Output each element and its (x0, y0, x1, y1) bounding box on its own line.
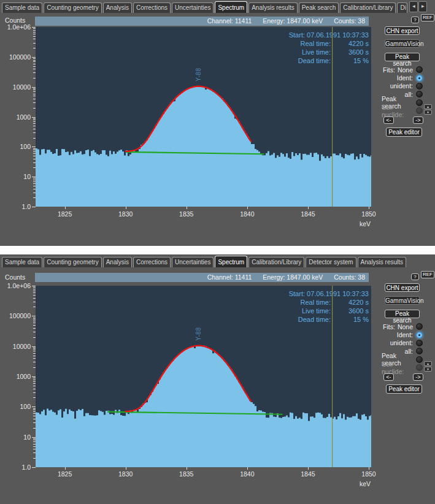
radio-fits-ident[interactable] (416, 75, 423, 82)
y-minor-tick (33, 150, 36, 150)
tab-corrections[interactable]: Corrections (133, 2, 171, 13)
radio-fits-unident[interactable] (416, 83, 423, 90)
next-peak-button[interactable]: -> (413, 116, 423, 124)
y-minor-tick (33, 446, 36, 447)
tab-counting-geometry[interactable]: Counting geometry (44, 257, 102, 267)
next-peak-button[interactable]: -> (413, 373, 423, 381)
y-minor-tick (33, 123, 36, 124)
radio-fits-all[interactable] (416, 348, 423, 354)
y-minor-tick (33, 96, 36, 96)
spin-up-icon[interactable]: ▲ (424, 104, 432, 109)
spectrum-plot[interactable]: Start: 07.06.1991 10:37:33 Real time:422… (36, 286, 371, 467)
energy-label: Energy: (263, 273, 285, 281)
y-minor-tick (33, 452, 36, 453)
y-minor-tick (33, 183, 36, 184)
chn-export-button[interactable]: CHN export (385, 283, 420, 292)
tab-di[interactable]: Di (397, 2, 407, 13)
y-minor-tick (33, 367, 36, 368)
tab-analysis-results[interactable]: Analysis results (358, 257, 406, 267)
tab-analysis[interactable]: Analysis (103, 257, 132, 267)
tab-counting-geometry[interactable]: Counting geometry (44, 2, 102, 13)
y-major-tick (32, 437, 36, 438)
ref-button[interactable]: REF (421, 14, 434, 21)
tab-corrections[interactable]: Corrections (133, 257, 171, 267)
radio-fits-peak-search[interactable] (416, 356, 423, 363)
tab-analysis-results[interactable]: Analysis results (248, 2, 297, 13)
peak-search-button[interactable]: Peak search (385, 53, 420, 61)
gammavision-button[interactable]: GammaVision (385, 39, 420, 48)
y-minor-tick (33, 99, 36, 99)
radio-fits-none[interactable] (416, 66, 423, 73)
y-minor-tick (33, 337, 36, 338)
y-minor-tick (33, 39, 36, 39)
x-tick-label: 1835 (173, 470, 200, 478)
y-minor-tick (33, 108, 36, 109)
x-major-tick (308, 467, 309, 470)
y-minor-tick (33, 58, 36, 59)
y-minor-tick (33, 428, 36, 429)
chn-export-button[interactable]: CHN export (385, 26, 420, 35)
tab-calibration-library[interactable]: Calibration/Library (340, 2, 396, 13)
x-tick-label: 1825 (52, 210, 79, 218)
y-minor-tick (33, 392, 36, 393)
radio-fits-none[interactable] (416, 323, 423, 330)
peak-search-button[interactable]: Peak search (385, 310, 420, 318)
y-minor-tick (33, 126, 36, 126)
tab-peak-search[interactable]: Peak search (299, 2, 339, 13)
y-minor-tick (33, 356, 36, 356)
peak-editor-button[interactable]: Peak editor (386, 128, 422, 137)
x-major-tick (369, 207, 369, 209)
y-minor-tick (33, 289, 36, 289)
gammavision-button[interactable]: GammaVision (385, 296, 420, 305)
fits-ident-label: Ident: (397, 74, 413, 82)
y-minor-tick (33, 422, 36, 423)
fits-unident-label: unident: (390, 339, 413, 346)
peak-editor-button[interactable]: Peak editor (386, 384, 422, 394)
y-major-tick (32, 346, 36, 347)
tab-sample-data[interactable]: Sample data (2, 2, 42, 13)
radio-fits-unident[interactable] (416, 340, 423, 346)
spectrum-plot[interactable]: Start: 07.06.1991 10:37:33 Real time:422… (36, 27, 371, 207)
tab-detector-system[interactable]: Detector system (306, 257, 356, 267)
help-button[interactable]: ? (411, 17, 419, 23)
y-tick-label: 1.0 (1, 464, 31, 471)
y-major-tick (32, 286, 36, 286)
y-minor-tick (33, 90, 36, 90)
prev-peak-button[interactable]: <- (383, 116, 394, 124)
y-minor-tick (33, 298, 36, 299)
y-minor-tick (33, 167, 36, 168)
spin-down-icon[interactable]: ▼ (424, 110, 432, 115)
tab-sample-data[interactable]: Sample data (2, 257, 42, 267)
radio-fits-ident[interactable] (416, 332, 423, 338)
y-tick-label: 1.0e+06 (1, 23, 31, 31)
spectrum-window-top: Sample dataCounting geometryAnalysisCorr… (0, 0, 435, 246)
channel-status-bar: Channel: 11411 Energy: 1847.00 keV Count… (35, 273, 369, 282)
tab-scroll-right-icon[interactable]: ▶ (418, 1, 427, 12)
tab-spectrum[interactable]: Spectrum (215, 1, 247, 13)
radio-fits-all[interactable] (416, 91, 423, 97)
y-minor-tick (33, 351, 36, 351)
tab-uncertainties[interactable]: Uncertainties (172, 257, 214, 267)
y-minor-tick (33, 189, 36, 189)
y-tick-label: 10 (1, 433, 31, 441)
radio-fits-peak-search[interactable] (416, 99, 423, 106)
tab-calibration-library[interactable]: Calibration/Library (248, 257, 304, 267)
tab-uncertainties[interactable]: Uncertainties (172, 2, 214, 13)
spin-up-icon[interactable]: ▲ (424, 361, 432, 366)
x-axis-title: keV (344, 220, 371, 227)
radio-fits-sel-nuclide (416, 107, 423, 114)
tab-spectrum[interactable]: Spectrum (215, 256, 247, 267)
x-major-tick (65, 207, 66, 209)
tab-scroll-left-icon[interactable]: ◀ (409, 1, 418, 12)
y-minor-tick (33, 118, 36, 119)
help-button[interactable]: ? (411, 273, 419, 280)
tab-analysis[interactable]: Analysis (103, 2, 132, 13)
y-minor-tick (33, 181, 36, 182)
y-minor-tick (33, 102, 36, 103)
spin-down-icon[interactable]: ▼ (424, 367, 432, 372)
y-minor-tick (33, 138, 36, 139)
ref-button[interactable]: REF (421, 271, 434, 278)
counts-label: Counts: (334, 273, 356, 281)
y-tick-label: 10 (1, 173, 31, 180)
prev-peak-button[interactable]: <- (383, 373, 394, 381)
